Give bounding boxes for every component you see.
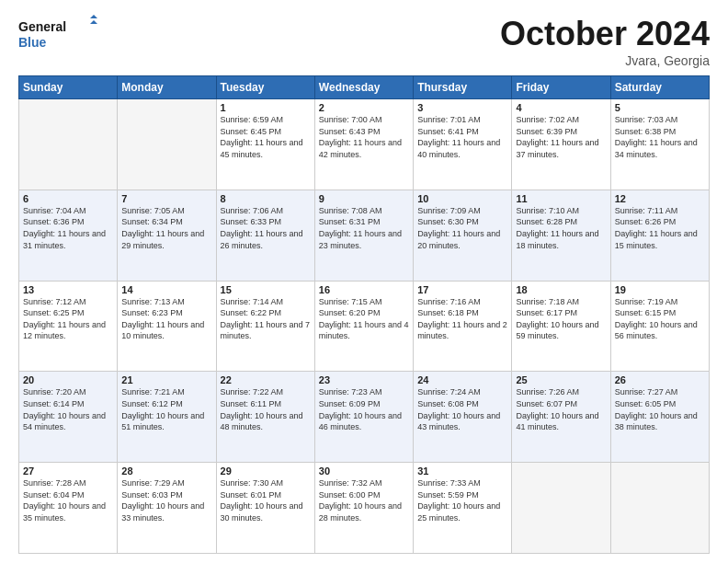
calendar-week-1: 1Sunrise: 6:59 AMSunset: 6:45 PMDaylight… <box>19 99 710 190</box>
calendar-cell: 15Sunrise: 7:14 AMSunset: 6:22 PMDayligh… <box>216 281 314 372</box>
title-block: October 2024 Jvara, Georgia <box>500 15 710 68</box>
calendar-cell: 3Sunrise: 7:01 AMSunset: 6:41 PMDaylight… <box>414 99 512 190</box>
calendar-week-2: 6Sunrise: 7:04 AMSunset: 6:36 PMDaylight… <box>19 190 710 281</box>
day-number: 7 <box>121 193 211 204</box>
day-number: 5 <box>615 102 705 113</box>
day-info: Sunrise: 7:14 AMSunset: 6:22 PMDaylight:… <box>221 296 311 342</box>
svg-marker-3 <box>90 20 97 24</box>
day-info: Sunrise: 7:03 AMSunset: 6:38 PMDaylight:… <box>615 114 705 160</box>
day-info: Sunrise: 7:05 AMSunset: 6:34 PMDaylight:… <box>121 205 211 251</box>
header: General Blue October 2024 Jvara, Georgia <box>18 15 710 68</box>
day-number: 11 <box>516 193 606 204</box>
day-info: Sunrise: 7:13 AMSunset: 6:23 PMDaylight:… <box>121 296 211 342</box>
day-info: Sunrise: 7:02 AMSunset: 6:39 PMDaylight:… <box>516 114 606 160</box>
calendar-week-4: 20Sunrise: 7:20 AMSunset: 6:14 PMDayligh… <box>19 372 710 463</box>
day-info: Sunrise: 7:12 AMSunset: 6:25 PMDaylight:… <box>23 296 113 342</box>
day-number: 1 <box>221 102 311 113</box>
calendar-cell: 14Sunrise: 7:13 AMSunset: 6:23 PMDayligh… <box>118 281 216 372</box>
calendar-cell: 19Sunrise: 7:19 AMSunset: 6:15 PMDayligh… <box>610 281 709 372</box>
calendar-cell: 23Sunrise: 7:23 AMSunset: 6:09 PMDayligh… <box>314 372 413 463</box>
day-info: Sunrise: 7:26 AMSunset: 6:07 PMDaylight:… <box>516 386 606 432</box>
calendar-week-3: 13Sunrise: 7:12 AMSunset: 6:25 PMDayligh… <box>19 281 710 372</box>
calendar-cell: 17Sunrise: 7:16 AMSunset: 6:18 PMDayligh… <box>414 281 512 372</box>
day-number: 16 <box>319 284 409 295</box>
calendar-cell: 21Sunrise: 7:21 AMSunset: 6:12 PMDayligh… <box>118 372 216 463</box>
day-number: 19 <box>615 284 705 295</box>
day-info: Sunrise: 7:08 AMSunset: 6:31 PMDaylight:… <box>319 205 409 251</box>
calendar-cell: 10Sunrise: 7:09 AMSunset: 6:30 PMDayligh… <box>414 190 512 281</box>
calendar-cell: 18Sunrise: 7:18 AMSunset: 6:17 PMDayligh… <box>512 281 610 372</box>
calendar-cell: 11Sunrise: 7:10 AMSunset: 6:28 PMDayligh… <box>512 190 610 281</box>
calendar-cell: 5Sunrise: 7:03 AMSunset: 6:38 PMDaylight… <box>610 99 709 190</box>
day-info: Sunrise: 7:10 AMSunset: 6:28 PMDaylight:… <box>516 205 606 251</box>
day-info: Sunrise: 7:06 AMSunset: 6:33 PMDaylight:… <box>221 205 311 251</box>
svg-marker-2 <box>90 15 97 18</box>
day-number: 10 <box>417 193 507 204</box>
day-info: Sunrise: 7:11 AMSunset: 6:26 PMDaylight:… <box>615 205 705 251</box>
day-number: 4 <box>516 102 606 113</box>
col-monday: Monday <box>118 76 216 99</box>
calendar-cell: 4Sunrise: 7:02 AMSunset: 6:39 PMDaylight… <box>512 99 610 190</box>
day-info: Sunrise: 7:24 AMSunset: 6:08 PMDaylight:… <box>417 386 507 432</box>
calendar-cell: 30Sunrise: 7:32 AMSunset: 6:00 PMDayligh… <box>314 463 413 554</box>
col-tuesday: Tuesday <box>216 76 314 99</box>
calendar-cell <box>118 99 216 190</box>
day-number: 24 <box>417 374 507 385</box>
day-info: Sunrise: 7:19 AMSunset: 6:15 PMDaylight:… <box>615 296 705 342</box>
location: Jvara, Georgia <box>500 53 710 68</box>
day-info: Sunrise: 7:00 AMSunset: 6:43 PMDaylight:… <box>319 114 409 160</box>
day-number: 17 <box>417 284 507 295</box>
day-info: Sunrise: 7:16 AMSunset: 6:18 PMDaylight:… <box>417 296 507 342</box>
day-number: 27 <box>23 465 113 477</box>
col-sunday: Sunday <box>19 76 118 99</box>
day-info: Sunrise: 7:23 AMSunset: 6:09 PMDaylight:… <box>319 386 409 432</box>
calendar-cell: 31Sunrise: 7:33 AMSunset: 5:59 PMDayligh… <box>414 463 512 554</box>
calendar-cell <box>19 99 118 190</box>
calendar: Sunday Monday Tuesday Wednesday Thursday… <box>18 75 710 554</box>
page: General Blue October 2024 Jvara, Georgia… <box>0 0 728 563</box>
day-number: 28 <box>121 465 211 477</box>
calendar-cell: 24Sunrise: 7:24 AMSunset: 6:08 PMDayligh… <box>414 372 512 463</box>
day-info: Sunrise: 7:27 AMSunset: 6:05 PMDaylight:… <box>615 386 705 432</box>
day-number: 23 <box>319 374 409 385</box>
calendar-cell: 25Sunrise: 7:26 AMSunset: 6:07 PMDayligh… <box>512 372 610 463</box>
day-info: Sunrise: 7:01 AMSunset: 6:41 PMDaylight:… <box>417 114 507 160</box>
day-number: 20 <box>23 374 113 385</box>
day-number: 15 <box>221 284 311 295</box>
calendar-cell: 1Sunrise: 6:59 AMSunset: 6:45 PMDaylight… <box>216 99 314 190</box>
day-info: Sunrise: 7:33 AMSunset: 5:59 PMDaylight:… <box>417 477 507 523</box>
day-number: 6 <box>23 193 113 204</box>
day-info: Sunrise: 7:28 AMSunset: 6:04 PMDaylight:… <box>23 477 113 523</box>
logo: General Blue <box>18 15 101 55</box>
svg-text:General: General <box>18 19 66 34</box>
calendar-cell <box>512 463 610 554</box>
calendar-cell: 9Sunrise: 7:08 AMSunset: 6:31 PMDaylight… <box>314 190 413 281</box>
calendar-week-5: 27Sunrise: 7:28 AMSunset: 6:04 PMDayligh… <box>19 463 710 554</box>
day-info: Sunrise: 7:20 AMSunset: 6:14 PMDaylight:… <box>23 386 113 432</box>
day-number: 18 <box>516 284 606 295</box>
day-info: Sunrise: 7:30 AMSunset: 6:01 PMDaylight:… <box>221 477 311 523</box>
day-info: Sunrise: 6:59 AMSunset: 6:45 PMDaylight:… <box>221 114 311 160</box>
day-number: 31 <box>417 465 507 477</box>
calendar-cell <box>610 463 709 554</box>
col-wednesday: Wednesday <box>314 76 413 99</box>
day-number: 22 <box>221 374 311 385</box>
calendar-cell: 20Sunrise: 7:20 AMSunset: 6:14 PMDayligh… <box>19 372 118 463</box>
day-number: 14 <box>121 284 211 295</box>
day-number: 8 <box>221 193 311 204</box>
calendar-cell: 2Sunrise: 7:00 AMSunset: 6:43 PMDaylight… <box>314 99 413 190</box>
day-number: 3 <box>417 102 507 113</box>
day-number: 26 <box>615 374 705 385</box>
day-info: Sunrise: 7:15 AMSunset: 6:20 PMDaylight:… <box>319 296 409 342</box>
col-thursday: Thursday <box>414 76 512 99</box>
day-info: Sunrise: 7:18 AMSunset: 6:17 PMDaylight:… <box>516 296 606 342</box>
calendar-cell: 27Sunrise: 7:28 AMSunset: 6:04 PMDayligh… <box>19 463 118 554</box>
calendar-cell: 13Sunrise: 7:12 AMSunset: 6:25 PMDayligh… <box>19 281 118 372</box>
day-number: 21 <box>121 374 211 385</box>
day-number: 9 <box>319 193 409 204</box>
day-number: 30 <box>319 465 409 477</box>
day-number: 29 <box>221 465 311 477</box>
day-info: Sunrise: 7:09 AMSunset: 6:30 PMDaylight:… <box>417 205 507 251</box>
col-friday: Friday <box>512 76 610 99</box>
calendar-cell: 12Sunrise: 7:11 AMSunset: 6:26 PMDayligh… <box>610 190 709 281</box>
